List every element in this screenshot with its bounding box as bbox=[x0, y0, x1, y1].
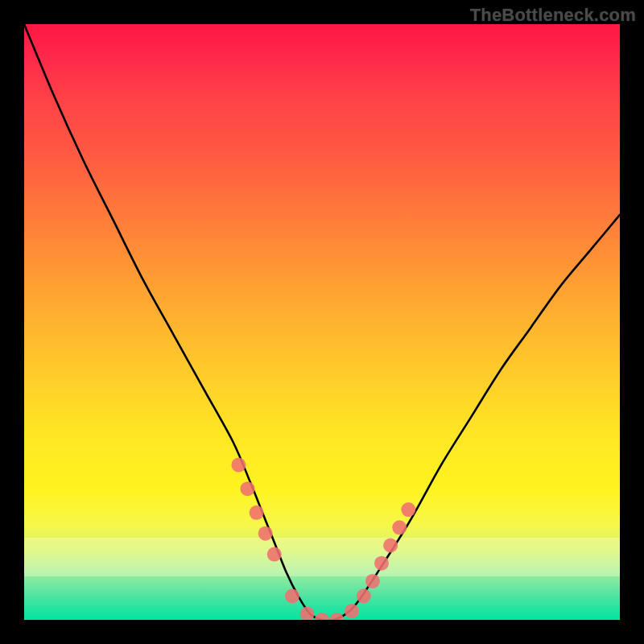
marker-dot bbox=[401, 502, 415, 517]
marker-dot bbox=[357, 588, 371, 603]
chart-frame: TheBottleneck.com bbox=[0, 0, 644, 644]
marker-group bbox=[231, 458, 415, 620]
highlight-band bbox=[24, 538, 620, 576]
marker-dot bbox=[345, 604, 359, 618]
watermark-text: TheBottleneck.com bbox=[470, 5, 636, 26]
marker-dot bbox=[300, 607, 315, 620]
marker-dot bbox=[330, 613, 345, 620]
marker-dot bbox=[241, 481, 255, 496]
marker-dot bbox=[392, 520, 407, 535]
marker-dot bbox=[258, 526, 273, 541]
marker-dot bbox=[285, 588, 299, 603]
plot-area bbox=[24, 24, 620, 620]
marker-dot bbox=[315, 613, 329, 620]
curve-layer bbox=[24, 24, 620, 620]
marker-dot bbox=[383, 539, 398, 553]
bottleneck-curve bbox=[24, 24, 620, 620]
marker-dot bbox=[365, 574, 380, 588]
marker-dot bbox=[374, 556, 389, 571]
marker-dot bbox=[231, 458, 246, 473]
marker-dot bbox=[267, 547, 282, 562]
marker-dot bbox=[250, 506, 264, 520]
